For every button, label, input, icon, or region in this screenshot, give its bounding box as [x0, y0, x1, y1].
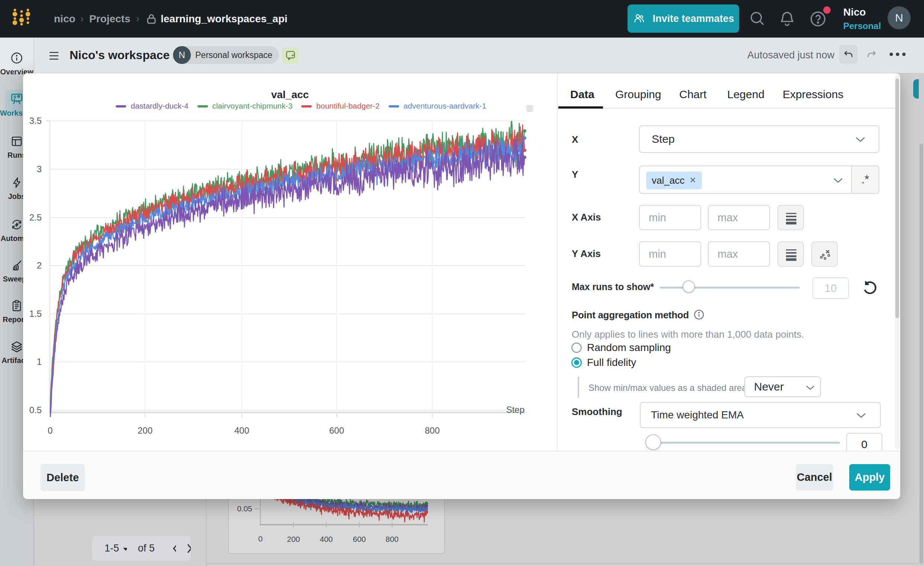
svg-text:200: 200: [138, 425, 153, 436]
svg-text:0: 0: [48, 425, 52, 436]
svg-text:Step: Step: [506, 404, 525, 415]
svg-text:3.5: 3.5: [29, 116, 42, 126]
svg-text:2: 2: [37, 260, 42, 270]
svg-text:3: 3: [37, 164, 42, 174]
svg-text:1.5: 1.5: [29, 308, 42, 319]
svg-text:400: 400: [234, 425, 249, 436]
svg-text:600: 600: [329, 425, 344, 436]
svg-text:1: 1: [37, 356, 42, 367]
svg-text:0.5: 0.5: [29, 405, 42, 415]
svg-text:2.5: 2.5: [29, 212, 42, 222]
svg-text:800: 800: [425, 425, 440, 436]
